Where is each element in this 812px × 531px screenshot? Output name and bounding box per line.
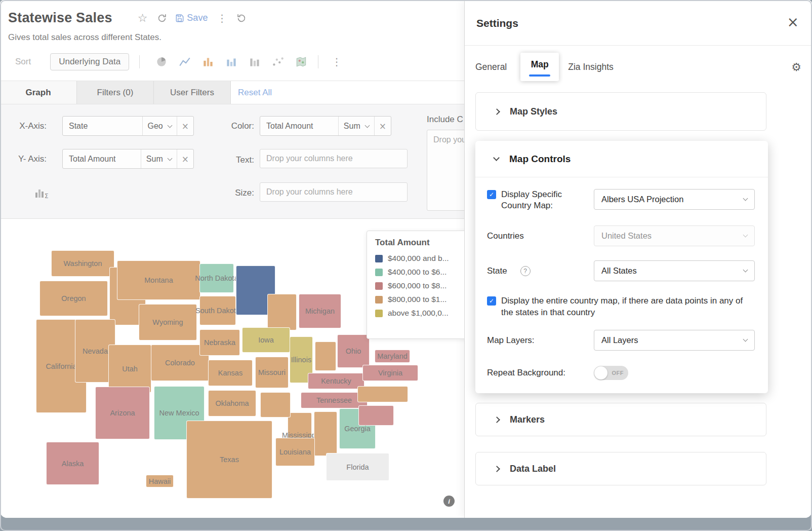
line-chart-icon[interactable]: [178, 55, 191, 68]
state-tile[interactable]: Iowa: [242, 327, 290, 353]
undo-icon[interactable]: [236, 13, 247, 24]
check-icon: ✓: [489, 191, 494, 198]
state-tile[interactable]: Montana: [117, 260, 200, 300]
y-axis-field[interactable]: Total Amount Sum ×: [62, 149, 194, 169]
state-tile[interactable]: Kansas: [208, 360, 253, 386]
entire-country-checkbox[interactable]: ✓: [487, 296, 496, 306]
state-tile[interactable]: Oklahoma: [208, 390, 256, 416]
include-countries-dropzone[interactable]: Drop you: [427, 130, 464, 211]
state-tile[interactable]: [358, 405, 394, 426]
close-icon[interactable]: ×: [787, 15, 799, 29]
state-tile[interactable]: [315, 342, 336, 371]
size-dropzone[interactable]: Drop your columns here: [260, 182, 408, 202]
color-field[interactable]: Total Amount Sum ×: [260, 116, 391, 136]
remove-x-axis-icon[interactable]: ×: [177, 117, 193, 135]
settings-title: Settings: [476, 17, 518, 29]
more-options-icon[interactable]: ⋮: [217, 12, 227, 24]
state-tile[interactable]: Nebraska: [199, 329, 240, 356]
state-tile[interactable]: Maryland: [375, 350, 410, 363]
tab-zia-insights[interactable]: Zia Insights: [568, 62, 613, 72]
y-axis-function-dropdown[interactable]: Sum: [141, 149, 177, 168]
state-tile[interactable]: Virginia: [362, 365, 418, 381]
repeat-background-label: Repeat Background:: [487, 367, 565, 378]
help-icon[interactable]: ?: [520, 266, 531, 276]
countries-dropdown[interactable]: United States: [594, 225, 755, 246]
bar-chart-icon[interactable]: [201, 55, 215, 68]
state-tile[interactable]: Florida: [326, 453, 389, 481]
reset-all-link[interactable]: Reset All: [238, 88, 272, 98]
map-controls-header[interactable]: Map Controls: [475, 141, 768, 177]
state-tile[interactable]: [267, 294, 297, 330]
state-tile[interactable]: South Dakota: [199, 296, 236, 325]
legend-item[interactable]: above $1,000,0...: [375, 309, 464, 318]
state-tile[interactable]: Ohio: [337, 334, 370, 368]
tab-graph[interactable]: Graph: [0, 81, 77, 104]
projection-dropdown[interactable]: Albers USA Projection: [594, 189, 755, 210]
section-markers[interactable]: Markers: [475, 403, 766, 436]
pie-chart-icon[interactable]: [155, 55, 168, 68]
state-tile[interactable]: [357, 386, 408, 402]
toggle-state-label: OFF: [612, 370, 624, 376]
state-dropdown[interactable]: All States: [594, 260, 755, 281]
legend-item[interactable]: $400,000 to $6...: [375, 268, 464, 277]
favorite-star-icon[interactable]: ☆: [138, 12, 148, 24]
refresh-icon[interactable]: [156, 13, 168, 24]
report-header: Statewise Sales ☆ Save ⋮: [8, 10, 247, 26]
state-tile[interactable]: Utah: [108, 345, 151, 393]
scatter-chart-icon[interactable]: [271, 55, 285, 68]
gear-icon[interactable]: ⚙: [791, 61, 801, 73]
legend-item[interactable]: $400,000 and b...: [375, 254, 464, 263]
report-canvas: Statewise Sales ☆ Save ⋮ Gives total sal…: [0, 0, 464, 518]
state-tile[interactable]: Washington: [51, 250, 114, 277]
stacked-chart-icon[interactable]: [248, 55, 261, 68]
chart-more-icon[interactable]: ⋮: [332, 56, 342, 68]
state-tile[interactable]: [314, 411, 337, 456]
sort-button[interactable]: Sort: [15, 57, 31, 67]
state-tile[interactable]: Michigan: [299, 294, 341, 328]
tab-filters[interactable]: Filters (0): [77, 81, 154, 104]
color-function-dropdown[interactable]: Sum: [338, 117, 374, 135]
state-tile[interactable]: [260, 392, 291, 418]
state-tile[interactable]: Wyoming: [139, 304, 197, 340]
state-tile[interactable]: Texas: [186, 421, 272, 499]
x-axis-function-dropdown[interactable]: Geo: [142, 117, 177, 135]
state-tile[interactable]: Missouri: [255, 357, 289, 388]
underlying-data-button[interactable]: Underlying Data: [50, 53, 129, 70]
tab-map[interactable]: Map: [520, 53, 559, 81]
remove-color-icon[interactable]: ×: [374, 117, 391, 135]
state-row: State ? All States: [487, 260, 755, 281]
tab-user-filters[interactable]: User Filters: [154, 81, 231, 104]
countries-row: Countries United States: [487, 225, 755, 246]
axis-config-panel: X-Axis: State Geo × Color: Total Amount …: [0, 104, 464, 219]
state-tile[interactable]: Louisiana: [275, 438, 315, 466]
entire-country-label: Display the entire country map, if there…: [501, 295, 755, 319]
y-axis-summary-icon[interactable]: Σ: [34, 186, 50, 202]
state-tile[interactable]: Oregon: [39, 281, 108, 316]
section-data-label[interactable]: Data Label: [475, 452, 766, 485]
display-specific-country-checkbox[interactable]: ✓: [487, 190, 496, 199]
state-tile[interactable]: Arizona: [95, 387, 150, 439]
tab-general[interactable]: General: [475, 62, 507, 72]
text-dropzone[interactable]: Drop your columns here: [260, 149, 408, 168]
state-tile[interactable]: Alaska: [46, 442, 99, 485]
legend-swatch: [375, 255, 383, 262]
section-map-styles[interactable]: Map Styles: [475, 92, 766, 131]
state-tile[interactable]: Kentucky: [308, 373, 364, 389]
legend-item[interactable]: $600,000 to $8...: [375, 281, 464, 290]
remove-y-axis-icon[interactable]: ×: [177, 149, 193, 168]
section-map-controls: Map Controls ✓ Display Specific Country …: [475, 141, 768, 393]
legend-item[interactable]: $800,000 to $1...: [375, 295, 464, 304]
state-tile[interactable]: North Dakota: [199, 263, 234, 293]
app-window: Statewise Sales ☆ Save ⋮ Gives total sal…: [0, 0, 812, 518]
chart-toolbar: Sort Underlying Data: [8, 53, 342, 71]
repeat-background-toggle[interactable]: OFF: [594, 366, 628, 380]
chevron-down-icon: [493, 155, 500, 161]
column-chart-icon[interactable]: [225, 55, 238, 68]
info-icon[interactable]: i: [443, 496, 455, 507]
x-axis-field[interactable]: State Geo ×: [62, 116, 194, 136]
map-layers-dropdown[interactable]: All Layers: [594, 330, 755, 351]
state-tile[interactable]: Hawaii: [146, 475, 174, 487]
map-chart-icon[interactable]: [295, 55, 308, 68]
display-specific-label: Display Specific Country Map:: [501, 189, 569, 211]
save-button[interactable]: Save: [175, 13, 208, 23]
